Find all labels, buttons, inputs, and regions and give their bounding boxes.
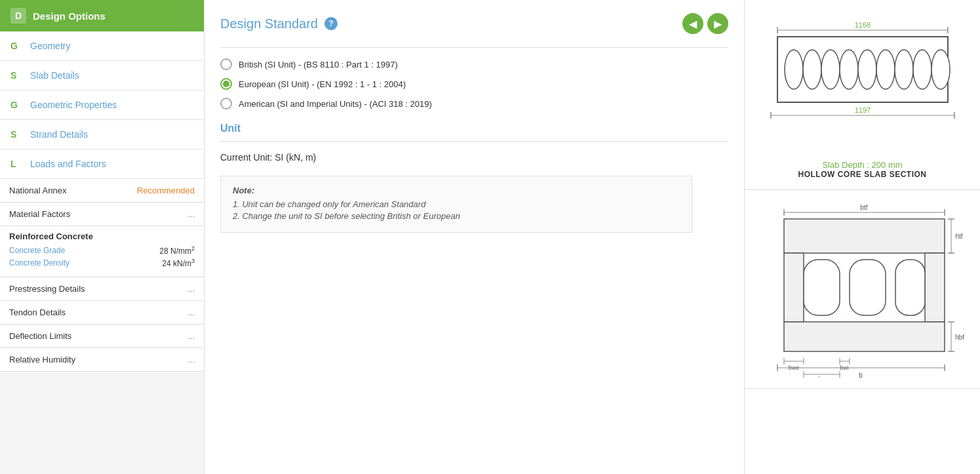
radio-american[interactable]: American (SI and Imperial Units) - (ACI … — [220, 98, 728, 109]
nav-forward-button[interactable]: ▶ — [707, 13, 728, 34]
sidebar-row-humidity[interactable]: Relative Humidity ... — [0, 348, 204, 372]
design-standard-radio-group: British (SI Unit) - (BS 8110 : Part 1 : … — [220, 58, 728, 109]
national-annex-value: Recommended — [137, 186, 195, 195]
sidebar-item-loads-letter: L — [10, 159, 24, 169]
material-factors-label: Material Factors — [9, 209, 70, 219]
title-area: Design Standard ? — [220, 16, 338, 31]
sidebar-row-deflection[interactable]: Deflection Limits ... — [0, 325, 204, 348]
reinforced-concrete-title: Reinforced Concrete — [9, 231, 195, 241]
svg-point-7 — [821, 50, 840, 89]
radio-american-label: American (SI and Imperial Units) - (ACI … — [239, 99, 432, 109]
svg-text:btf: btf — [860, 204, 867, 211]
radio-european-btn[interactable] — [220, 78, 232, 90]
radio-british[interactable]: British (SI Unit) - (BS 8110 : Part 1 : … — [220, 58, 728, 70]
sidebar-item-strand-letter: S — [10, 129, 24, 140]
svg-rect-35 — [895, 260, 925, 315]
radio-british-label: British (SI Unit) - (BS 8110 : Part 1 : … — [239, 60, 398, 69]
nav-back-button[interactable]: ◀ — [682, 13, 703, 34]
radio-american-btn[interactable] — [220, 98, 232, 109]
humidity-value: ... — [187, 355, 195, 365]
unit-divider — [220, 141, 728, 142]
sidebar-item-geometry-label: Geometry — [30, 41, 70, 51]
svg-text:b: b — [859, 372, 863, 378]
sidebar-reinforced-concrete: Reinforced Concrete Concrete Grade 28 N/… — [0, 226, 204, 277]
note-item-2: 2. Change the unit to SI before selectin… — [233, 211, 680, 221]
svg-point-11 — [895, 50, 913, 89]
sidebar-item-geo-label: Geometric Properties — [30, 100, 117, 110]
slab-depth-label: Slab Depth : 200 mm — [822, 160, 902, 170]
svg-point-8 — [840, 50, 858, 89]
svg-point-9 — [858, 50, 876, 89]
current-unit-text: Current Unit: SI (kN, m) — [220, 152, 728, 163]
svg-text:htf: htf — [955, 233, 962, 240]
page-title: Design Standard — [220, 16, 318, 31]
sidebar-row-material-factors[interactable]: Material Factors ... — [0, 203, 204, 226]
sidebar-item-geometry[interactable]: G Geometry — [0, 31, 204, 61]
material-factors-value: ... — [187, 209, 195, 219]
tendon-value: ... — [187, 307, 195, 317]
sidebar-item-geometry-letter: G — [10, 41, 24, 51]
svg-text:1168: 1168 — [854, 21, 870, 29]
svg-point-6 — [803, 50, 821, 89]
svg-text:hbf: hbf — [955, 334, 964, 341]
deflection-label: Deflection Limits — [9, 331, 71, 341]
humidity-label: Relative Humidity — [9, 355, 75, 365]
radio-european[interactable]: European (SI Unit) - (EN 1992 : 1 - 1 : … — [220, 78, 728, 90]
sidebar-header: D Design Options — [0, 0, 204, 31]
concrete-grade-label: Concrete Grade — [9, 246, 65, 255]
svg-rect-33 — [804, 260, 840, 315]
note-item-1: 1. Unit can be changed only for American… — [233, 199, 680, 209]
svg-point-12 — [913, 50, 931, 89]
svg-point-5 — [785, 50, 803, 89]
sidebar-item-slab-details[interactable]: S Slab Details — [0, 61, 204, 90]
right-panel: 1168 1197 Slab Depth : 200 mm HOLLOW COR… — [744, 0, 980, 474]
sidebar-item-slab-letter: S — [10, 70, 24, 81]
prestressing-value: ... — [187, 284, 195, 294]
concrete-density-row: Concrete Density 24 kN/m3 — [9, 258, 195, 268]
svg-point-13 — [931, 50, 950, 89]
sidebar-header-label: Design Options — [33, 10, 106, 22]
sidebar-item-strand-label: Strand Details — [30, 129, 88, 140]
tendon-label: Tendon Details — [9, 307, 66, 317]
note-box: Note: 1. Unit can be changed only for Am… — [220, 176, 692, 233]
svg-rect-30 — [784, 219, 945, 253]
sidebar-item-geo-letter: G — [10, 100, 24, 110]
prestressing-label: Prestressing Details — [9, 284, 85, 294]
sidebar-item-slab-label: Slab Details — [30, 70, 79, 81]
national-annex-label: National Annex — [9, 186, 66, 195]
concrete-grade-row: Concrete Grade 28 N/mm2 — [9, 245, 195, 256]
main-content: Design Standard ? ◀ ▶ British (SI Unit) … — [205, 0, 744, 474]
detail-diagram-box: btf htf hbf — [745, 190, 980, 389]
help-icon[interactable]: ? — [324, 17, 338, 30]
sidebar-item-loads-factors[interactable]: L Loads and Factors — [0, 149, 204, 179]
sidebar-item-geometric-properties[interactable]: G Geometric Properties — [0, 90, 204, 120]
svg-text:1197: 1197 — [854, 106, 870, 114]
svg-rect-34 — [850, 260, 886, 315]
sidebar-row-prestressing[interactable]: Prestressing Details ... — [0, 277, 204, 301]
concrete-grade-value: 28 N/mm2 — [159, 245, 195, 256]
hollow-core-diagram-box: 1168 1197 Slab Depth : 200 mm HOLLOW COR… — [745, 0, 980, 190]
concrete-density-value: 24 kN/m3 — [162, 258, 195, 268]
sidebar-header-letter: D — [10, 8, 26, 24]
radio-british-btn[interactable] — [220, 58, 232, 70]
note-title: Note: — [233, 186, 680, 195]
sidebar-item-strand-details[interactable]: S Strand Details — [0, 120, 204, 149]
hollow-core-svg: 1168 1197 — [758, 10, 968, 155]
sidebar-row-national-annex[interactable]: National Annex Recommended — [0, 179, 204, 203]
slab-section-title: HOLLOW CORE SLAB SECTION — [798, 170, 927, 179]
svg-text:bc: bc — [818, 376, 825, 378]
page-header: Design Standard ? ◀ ▶ — [220, 13, 728, 34]
svg-rect-36 — [784, 322, 945, 351]
sidebar: D Design Options G Geometry S Slab Detai… — [0, 0, 205, 474]
detail-svg: btf htf hbf — [758, 201, 968, 378]
sidebar-item-loads-label: Loads and Factors — [30, 159, 106, 169]
svg-point-10 — [876, 50, 895, 89]
header-divider — [220, 47, 728, 48]
sidebar-row-tendon[interactable]: Tendon Details ... — [0, 301, 204, 325]
nav-arrows: ◀ ▶ — [682, 13, 728, 34]
svg-rect-32 — [925, 253, 945, 322]
radio-european-label: European (SI Unit) - (EN 1992 : 1 - 1 : … — [239, 79, 406, 89]
svg-rect-31 — [784, 253, 804, 322]
concrete-density-label: Concrete Density — [9, 258, 69, 267]
deflection-value: ... — [187, 331, 195, 341]
